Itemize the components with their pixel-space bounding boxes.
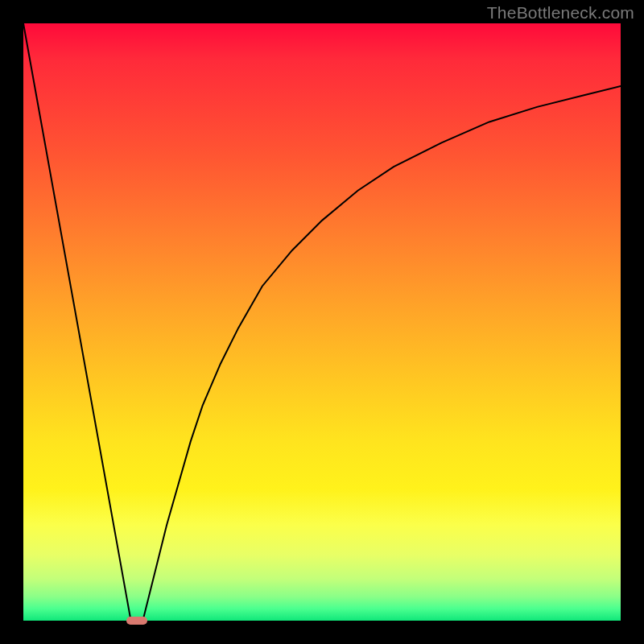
curve-path [23, 23, 621, 621]
chart-curves [23, 23, 621, 621]
watermark-text: TheBottleneck.com [487, 3, 634, 23]
chart-frame: TheBottleneck.com [0, 0, 644, 644]
minimum-marker [126, 617, 148, 625]
